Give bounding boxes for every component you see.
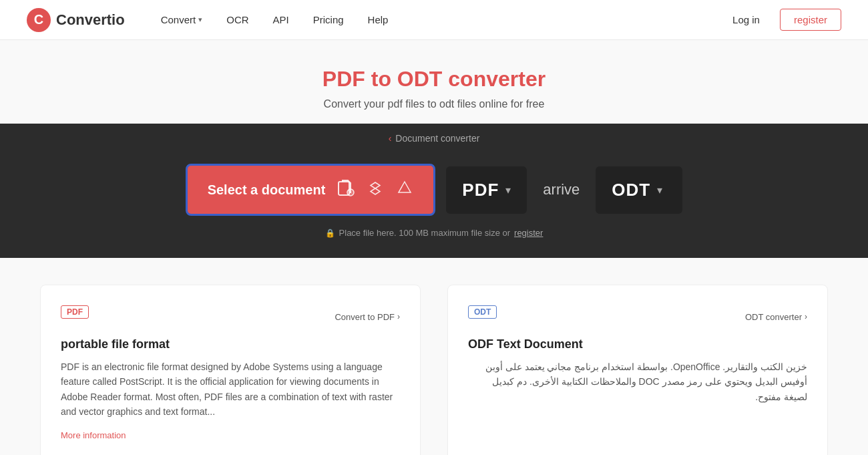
pdf-card-title: portable file format xyxy=(61,337,400,351)
odt-info-card: ODT ODT converter › ODF Text Document خز… xyxy=(447,285,828,455)
logo-icon: C xyxy=(27,8,51,32)
odt-link-chevron-icon: › xyxy=(805,312,807,321)
from-format-label: PDF xyxy=(462,180,499,200)
odt-card-title: ODF Text Document xyxy=(468,337,807,351)
header: C Convertio Convert ▾ OCR API Pricing He… xyxy=(0,0,868,40)
odt-format-tag: ODT xyxy=(468,305,497,319)
login-button[interactable]: Log in xyxy=(723,9,769,31)
pdf-more-info-link[interactable]: More information xyxy=(61,430,126,440)
info-section: PDF Convert to PDF › portable file forma… xyxy=(0,258,868,455)
to-format-chevron-icon: ▾ xyxy=(657,184,662,196)
file-note-register-link[interactable]: register xyxy=(514,228,543,238)
svg-text:C: C xyxy=(34,12,43,27)
breadcrumb-chevron-icon: ‹ xyxy=(389,133,392,144)
logo-text: Convertio xyxy=(56,11,125,29)
file-browse-icon[interactable] xyxy=(337,179,355,200)
convert-chevron-icon: ▾ xyxy=(198,15,202,24)
odt-card-desc: خزين الكتب والتقارير. OpenOffice. بواسطة… xyxy=(468,359,807,404)
from-format-selector[interactable]: PDF ▾ xyxy=(446,166,527,214)
pdf-card-header: PDF Convert to PDF › xyxy=(61,305,400,328)
hero-subtitle: Convert your pdf files to odt files onli… xyxy=(13,98,855,110)
header-actions: Log in register xyxy=(723,9,841,31)
nav-api[interactable]: API xyxy=(264,9,298,31)
to-format-label: ODT xyxy=(612,180,650,200)
main-nav: Convert ▾ OCR API Pricing Help xyxy=(152,9,723,31)
breadcrumb: ‹ Document converter xyxy=(0,124,868,150)
nav-pricing[interactable]: Pricing xyxy=(304,9,353,31)
odt-converter-link[interactable]: ODT converter › xyxy=(745,312,807,322)
arrow-text: arrive xyxy=(537,181,585,198)
hero-title: PDF to ODT converter xyxy=(13,67,855,92)
lock-icon: 🔒 xyxy=(325,229,335,238)
select-doc-label: Select a document xyxy=(208,182,326,198)
from-format-chevron-icon: ▾ xyxy=(505,184,511,196)
pdf-info-card: PDF Convert to PDF › portable file forma… xyxy=(40,285,421,455)
nav-ocr[interactable]: OCR xyxy=(217,9,258,31)
converter-section: ‹ Document converter Select a document xyxy=(0,124,868,258)
pdf-card-desc: PDF is an electronic file format designe… xyxy=(61,359,400,420)
converter-controls: Select a document xyxy=(0,150,868,222)
file-note: 🔒 Place file here. 100 MB maximum file s… xyxy=(0,222,868,238)
select-document-button[interactable]: Select a document xyxy=(186,164,436,216)
odt-card-header: ODT ODT converter › xyxy=(468,305,807,328)
register-button[interactable]: register xyxy=(780,9,841,31)
pdf-format-tag: PDF xyxy=(61,305,89,319)
pdf-link-chevron-icon: › xyxy=(397,312,400,321)
hero-section: PDF to ODT converter Convert your pdf fi… xyxy=(0,40,868,124)
dropbox-icon[interactable] xyxy=(367,179,384,200)
convert-to-pdf-link[interactable]: Convert to PDF › xyxy=(335,312,400,322)
nav-help[interactable]: Help xyxy=(359,9,398,31)
google-drive-icon[interactable] xyxy=(396,179,413,200)
logo[interactable]: C Convertio xyxy=(27,8,125,32)
to-format-selector[interactable]: ODT ▾ xyxy=(596,166,682,214)
nav-convert[interactable]: Convert ▾ xyxy=(152,9,212,31)
